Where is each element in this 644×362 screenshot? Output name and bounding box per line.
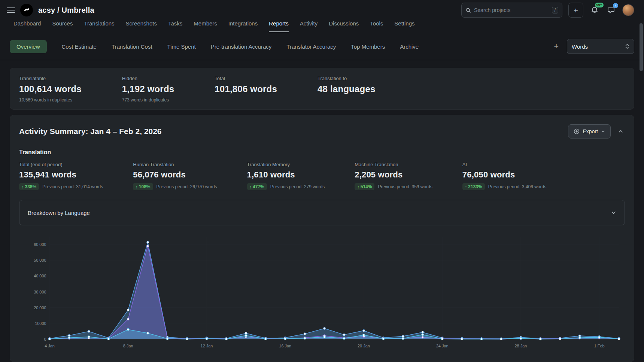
svg-text:0: 0: [44, 337, 46, 341]
tab-reports[interactable]: Reports: [269, 20, 289, 32]
stat-sub: [318, 97, 375, 103]
svg-text:20 000: 20 000: [34, 305, 46, 310]
change-badge: ↑338%: [19, 183, 39, 190]
translation-stats-row: Total (end of period) 135,941 words ↑338…: [19, 162, 625, 190]
bird-icon: [22, 6, 31, 14]
stat-label: Hidden: [122, 76, 174, 81]
stat-value: 56,076 words: [133, 170, 217, 180]
svg-text:40 000: 40 000: [34, 274, 46, 278]
subnav-right-controls: + Words: [554, 39, 634, 54]
notifications-button[interactable]: 99+: [589, 5, 600, 15]
search-input[interactable]: [474, 7, 549, 13]
subtab-translation-cost[interactable]: Translation Cost: [112, 43, 152, 50]
change-badge: ↑514%: [355, 183, 374, 190]
arrow-up-icon: ↑: [357, 185, 359, 189]
svg-text:1 Feb: 1 Feb: [594, 344, 605, 348]
previous-period-text: Previous period: 31,014 words: [42, 184, 103, 189]
tab-integrations[interactable]: Integrations: [228, 20, 258, 32]
tab-tasks[interactable]: Tasks: [168, 20, 182, 32]
scrollbar[interactable]: [639, 0, 644, 362]
stat-translation-to: Translation to 48 languages: [318, 76, 375, 103]
tab-dashboard[interactable]: Dashboard: [13, 20, 41, 32]
stat-label: Translatable: [19, 76, 82, 81]
tab-settings[interactable]: Settings: [394, 20, 414, 32]
export-button[interactable]: Export: [568, 124, 611, 139]
collapse-section-button[interactable]: [617, 127, 625, 136]
hamburger-menu-icon[interactable]: [7, 6, 15, 14]
arrow-up-icon: ↑: [465, 185, 467, 189]
user-avatar[interactable]: [622, 4, 634, 16]
stat-value: 100,614 words: [19, 84, 82, 94]
subtab-top-members[interactable]: Top Members: [351, 43, 385, 50]
breakdown-label: Breakdown by Language: [28, 210, 90, 216]
download-icon: [574, 128, 580, 134]
subtab-cost-estimate[interactable]: Cost Estimate: [62, 43, 97, 50]
search-shortcut-key: /: [552, 7, 558, 13]
scrollbar-thumb[interactable]: [640, 23, 643, 71]
breakdown-by-language-panel[interactable]: Breakdown by Language: [19, 200, 625, 225]
subtab-archive[interactable]: Archive: [400, 43, 419, 50]
search-box: /: [461, 3, 562, 18]
stat-value: 48 languages: [318, 84, 375, 94]
chevron-down-icon: [601, 130, 605, 133]
translation-section-title: Translation: [19, 149, 625, 156]
arrow-up-icon: ↑: [136, 185, 138, 189]
change-badge: ↑477%: [247, 183, 267, 190]
subtab-overview[interactable]: Overview: [10, 40, 47, 53]
svg-text:28 Jan: 28 Jan: [515, 344, 527, 348]
subtab-translator-accuracy[interactable]: Translator Accuracy: [286, 43, 336, 50]
svg-text:60 000: 60 000: [34, 242, 46, 247]
stat-value: 2,205 words: [355, 170, 432, 180]
activity-chart: 01000020 00030 00040 00050 00060 0004 Ja…: [19, 231, 625, 350]
stat-machine-translation: Machine Translation 2,205 words ↑514% Pr…: [355, 162, 432, 190]
stat-translation-memory: Translation Memory 1,610 words ↑477% Pre…: [247, 162, 325, 190]
subtab-time-spent[interactable]: Time Spent: [167, 43, 196, 50]
chevron-down-icon[interactable]: [611, 210, 616, 215]
words-summary-card: Translatable 100,614 words 10,569 words …: [10, 68, 634, 110]
page-content: Translatable 100,614 words 10,569 words …: [0, 68, 644, 362]
stat-total-end-of-period: Total (end of period) 135,941 words ↑338…: [19, 162, 103, 190]
create-project-button[interactable]: +: [568, 3, 583, 18]
notifications-count-badge: 99+: [595, 3, 604, 7]
svg-text:10000: 10000: [35, 321, 46, 326]
tab-activity[interactable]: Activity: [300, 20, 318, 32]
tab-screenshots[interactable]: Screenshots: [126, 20, 157, 32]
tab-translations[interactable]: Translations: [84, 20, 114, 32]
unit-select-dropdown[interactable]: Words: [567, 39, 634, 54]
stat-value: 76,050 words: [462, 170, 546, 180]
tab-tools[interactable]: Tools: [370, 20, 383, 32]
svg-text:20 Jan: 20 Jan: [358, 344, 370, 348]
stat-label: Total (end of period): [19, 162, 103, 167]
activity-summary-title: Activity Summary: Jan 4 – Feb 2, 2026: [19, 127, 162, 136]
svg-text:16 Jan: 16 Jan: [279, 344, 291, 348]
tab-discussions[interactable]: Discussions: [329, 20, 359, 32]
breadcrumb-project-title[interactable]: acsy / Umbrella: [38, 6, 94, 15]
previous-period-text: Previous period: 279 words: [270, 184, 325, 189]
add-report-button[interactable]: +: [554, 42, 559, 51]
main-nav: Dashboard Sources Translations Screensho…: [0, 20, 644, 35]
unit-select-value: Words: [572, 43, 588, 50]
search-icon: [465, 7, 471, 13]
svg-text:4 Jan: 4 Jan: [45, 344, 55, 348]
stat-total: Total 101,806 words: [215, 76, 277, 103]
stat-hidden: Hidden 1,192 words 773 words in duplicat…: [122, 76, 174, 103]
svg-text:12 Jan: 12 Jan: [201, 344, 213, 348]
messages-button[interactable]: 4: [606, 5, 616, 15]
crowdin-logo[interactable]: [20, 4, 33, 16]
activity-actions: Export: [568, 124, 625, 139]
app-header: acsy / Umbrella / + 99+ 4: [0, 0, 644, 20]
svg-text:30 000: 30 000: [34, 290, 46, 294]
previous-period-text: Previous period: 359 words: [378, 184, 432, 189]
stat-label: Machine Translation: [355, 162, 432, 167]
stat-human-translation: Human Translation 56,076 words ↑108% Pre…: [133, 162, 217, 190]
svg-text:50 000: 50 000: [34, 258, 46, 262]
stat-label: Translation to: [318, 76, 375, 81]
tab-members[interactable]: Members: [194, 20, 217, 32]
stat-label: Total: [215, 76, 277, 81]
activity-chart-svg: 01000020 00030 00040 00050 00060 0004 Ja…: [19, 231, 625, 350]
stat-label: Translation Memory: [247, 162, 325, 167]
subtab-pre-translation-accuracy[interactable]: Pre-translation Accuracy: [211, 43, 272, 50]
stat-value: 135,941 words: [19, 170, 103, 180]
stat-value: 1,192 words: [122, 84, 174, 94]
tab-sources[interactable]: Sources: [52, 20, 73, 32]
